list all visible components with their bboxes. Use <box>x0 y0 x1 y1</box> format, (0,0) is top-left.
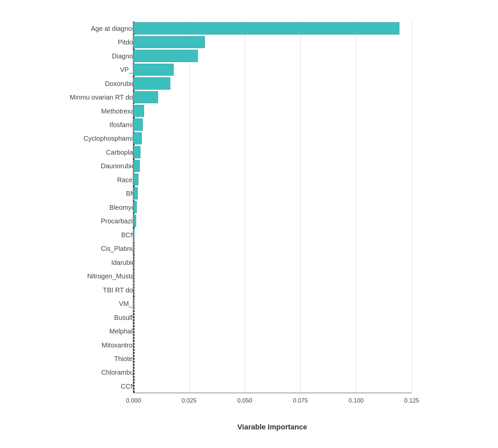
bar <box>133 77 170 89</box>
bar <box>133 229 134 241</box>
plot-area: 0.0000.0250.0500.0750.1000.125 <box>133 22 412 393</box>
x-tick-label: 0.100 <box>349 397 364 404</box>
bar <box>133 283 134 295</box>
chart-area: Age at diagnosisPitdoseDiagnoseVP_16Doxo… <box>133 22 412 410</box>
bar <box>133 270 134 282</box>
bar <box>133 160 140 172</box>
x-tick-label: 0.050 <box>237 397 252 404</box>
grid-line <box>245 22 245 393</box>
grid-line <box>412 22 412 393</box>
bar <box>133 174 138 186</box>
bar <box>133 22 399 34</box>
bar <box>133 91 158 103</box>
grid-line <box>189 22 190 393</box>
bar <box>133 215 136 227</box>
x-tick-label: 0.125 <box>404 397 419 404</box>
bar <box>133 132 142 144</box>
bar <box>133 201 137 213</box>
x-tick-label: 0.000 <box>126 397 141 404</box>
y-axis-label: Nitrogen_Mustard <box>87 273 140 279</box>
bar <box>133 256 134 268</box>
x-tick-label: 0.025 <box>182 397 197 404</box>
grid-line <box>300 22 301 393</box>
y-axis-label: Minmu ovarian RT dose <box>70 94 140 101</box>
bar <box>133 297 134 309</box>
bar <box>133 36 205 48</box>
bar <box>133 146 140 158</box>
x-tick-label: 0.075 <box>293 397 308 404</box>
chart-container: Age at diagnosisPitdoseDiagnoseVP_16Doxo… <box>66 12 432 436</box>
bar <box>133 50 198 62</box>
y-axis-labels: Age at diagnosisPitdoseDiagnoseVP_16Doxo… <box>70 22 140 393</box>
bar <box>133 242 134 254</box>
bar <box>133 187 138 199</box>
bar <box>133 64 174 76</box>
y-axis-label: Cyclophosphamide <box>83 135 140 142</box>
x-axis-title: Viarable Importance <box>237 423 307 431</box>
grid-line <box>356 22 356 393</box>
bar <box>133 118 143 130</box>
bar <box>133 105 144 117</box>
